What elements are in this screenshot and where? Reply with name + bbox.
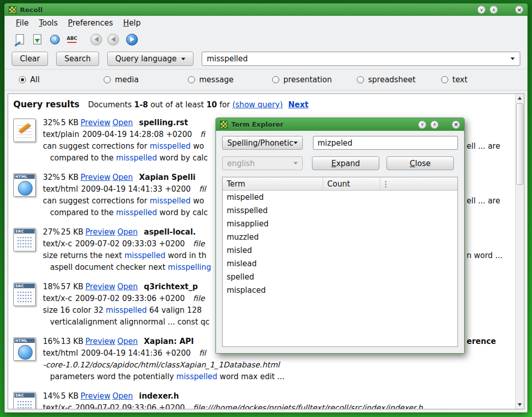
dialog-unshade-button[interactable]	[430, 121, 439, 129]
filter-media-radio[interactable]: media	[104, 75, 139, 84]
menu-tools[interactable]: Tools	[39, 18, 58, 28]
icon-tag: HTML	[14, 174, 35, 179]
menu-file[interactable]: File	[16, 18, 29, 28]
snippet-text: word max edit ...	[217, 372, 285, 381]
scroll-down-button[interactable]	[516, 401, 524, 409]
results-scrollbar[interactable]	[515, 94, 524, 409]
prev-page-button[interactable]	[107, 34, 119, 45]
query-language-button[interactable]: Query language	[107, 52, 194, 66]
open-link[interactable]: Open	[112, 391, 133, 401]
results-title: Query results	[13, 99, 80, 109]
snippet-text: size returns the next	[43, 251, 125, 260]
next-page-link[interactable]: Next	[288, 100, 309, 109]
toolbar: ABC	[5, 30, 527, 49]
mime-type: text/html	[43, 349, 78, 358]
file-type-icon: HTML	[13, 337, 36, 361]
save-search-button[interactable]	[31, 33, 43, 46]
history-button[interactable]	[49, 33, 61, 46]
query-combobox[interactable]	[202, 52, 520, 66]
filter-all-radio[interactable]: All	[19, 75, 40, 84]
clear-button[interactable]: Clear	[12, 52, 48, 66]
preview-link[interactable]: Preview	[81, 173, 110, 182]
open-link[interactable]: Open	[117, 282, 138, 291]
radio-label: message	[199, 75, 233, 84]
term-row[interactable]: misled	[223, 244, 457, 257]
menu-help[interactable]: Help	[123, 18, 140, 28]
result-title: aspell-local.	[144, 227, 196, 237]
term-row[interactable]: misspelled	[223, 204, 457, 217]
term-row[interactable]: spelled	[223, 270, 457, 284]
scroll-up-button[interactable]	[516, 94, 524, 102]
snippet-text: wo	[190, 142, 204, 151]
next-page-button[interactable]	[126, 34, 138, 45]
icon-tag: SRC	[14, 229, 35, 234]
term-cell: misplaced	[223, 286, 323, 295]
close-icon	[453, 122, 458, 127]
search-row: Clear Search Query language	[5, 49, 527, 69]
dialog-close-action-button[interactable]: Close	[386, 156, 454, 170]
recoll-app-icon	[9, 6, 16, 14]
filter-text-radio[interactable]: text	[441, 75, 468, 84]
open-link[interactable]: Open	[117, 227, 138, 237]
dialog-close-button[interactable]	[452, 121, 460, 129]
term-row[interactable]: muzzled	[223, 230, 457, 244]
combo-arrow-icon[interactable]	[511, 58, 515, 60]
open-link[interactable]: Open	[117, 337, 138, 346]
unshade-button[interactable]	[490, 6, 498, 14]
result-title: spelling.rst	[139, 118, 188, 127]
preview-link[interactable]: Preview	[81, 118, 110, 127]
result-title: indexer.h	[139, 391, 179, 401]
window-titlebar[interactable]: Recoll	[5, 4, 527, 16]
preview-link[interactable]: Preview	[85, 282, 115, 291]
highlighted-term: misspelled	[125, 251, 165, 260]
doc-url: fi	[200, 130, 205, 139]
summary-text: for	[220, 100, 230, 109]
preview-link[interactable]: Preview	[85, 227, 115, 237]
chevron-down-icon	[421, 122, 424, 127]
arrow-left-icon	[94, 37, 99, 42]
dialog-title: Term Explorer	[231, 121, 283, 128]
snippet-fragment: n word ...	[467, 250, 502, 262]
expand-button[interactable]: Expand	[312, 156, 379, 170]
preview-link[interactable]: Preview	[85, 337, 115, 346]
dialog-shade-button[interactable]	[418, 121, 426, 129]
count-column-header[interactable]: Count	[323, 177, 380, 190]
preview-link[interactable]: Preview	[81, 391, 110, 401]
abc-label: ABC	[67, 36, 77, 41]
close-label: Close	[410, 159, 431, 168]
dialog-titlebar[interactable]: Term Explorer	[216, 118, 464, 131]
header-grip-icon	[385, 180, 386, 188]
scrollbar-thumb[interactable]	[516, 103, 523, 185]
show-query-link[interactable]: (show query)	[232, 100, 283, 109]
menu-preferences[interactable]: Preferences	[68, 18, 113, 28]
summary-total: 10	[206, 100, 217, 109]
search-button[interactable]: Search	[56, 52, 99, 66]
chevron-down-icon	[181, 58, 185, 60]
term-row[interactable]: mispelled	[223, 191, 457, 204]
filter-spreadsheet-radio[interactable]: spreadsheet	[357, 75, 416, 84]
close-button[interactable]	[515, 6, 523, 14]
scrollbar-track[interactable]	[516, 102, 524, 401]
term-explorer-button[interactable]: ABC	[66, 33, 78, 46]
term-row[interactable]: misapplied	[223, 217, 457, 230]
term-column-header[interactable]: Term	[223, 177, 323, 190]
mime-type: text/x-c	[43, 403, 72, 409]
term-row[interactable]: mislead	[223, 257, 457, 270]
open-link[interactable]: Open	[112, 118, 133, 127]
language-select[interactable]: english	[222, 156, 303, 170]
clear-search-button[interactable]	[14, 33, 26, 46]
filter-presentation-radio[interactable]: presentation	[272, 75, 332, 84]
expansion-mode-select[interactable]: Spelling/Phonetic	[222, 136, 303, 150]
first-page-button[interactable]	[90, 34, 102, 45]
filter-message-radio[interactable]: message	[188, 75, 233, 84]
shade-button[interactable]	[477, 6, 486, 14]
results-summary: Documents 1-8 out of at least 10 for (sh…	[86, 100, 308, 109]
query-input[interactable]	[202, 52, 520, 65]
radio-icon	[272, 76, 279, 83]
close-icon	[517, 7, 521, 13]
term-cell: misled	[223, 246, 323, 255]
term-input[interactable]	[313, 136, 458, 150]
radio-label: text	[452, 75, 468, 84]
term-row[interactable]: misplaced	[223, 284, 457, 297]
open-link[interactable]: Open	[112, 173, 133, 182]
